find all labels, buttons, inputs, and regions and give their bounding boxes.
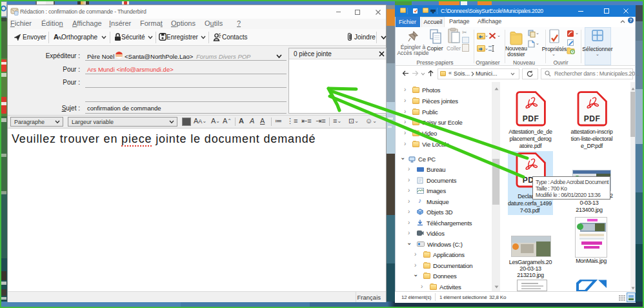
svg-text:PDF: PDF	[523, 114, 539, 123]
svg-text:PDF: PDF	[584, 114, 601, 123]
